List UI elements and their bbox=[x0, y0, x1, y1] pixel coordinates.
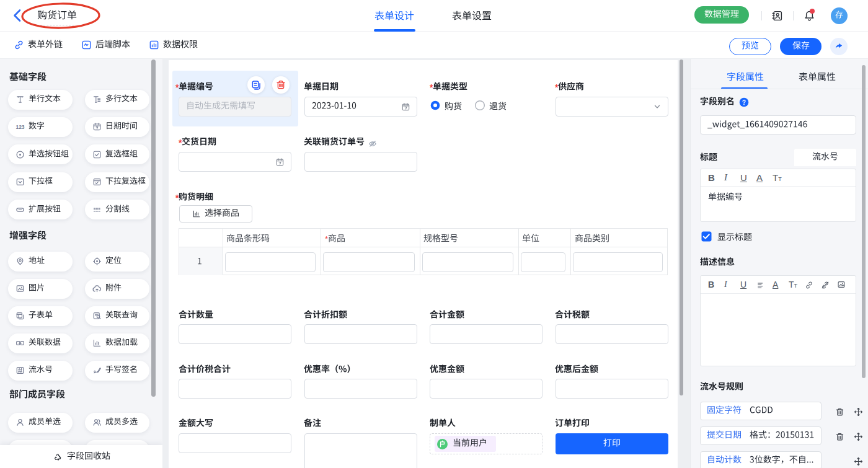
svg-text:123: 123 bbox=[16, 124, 24, 130]
